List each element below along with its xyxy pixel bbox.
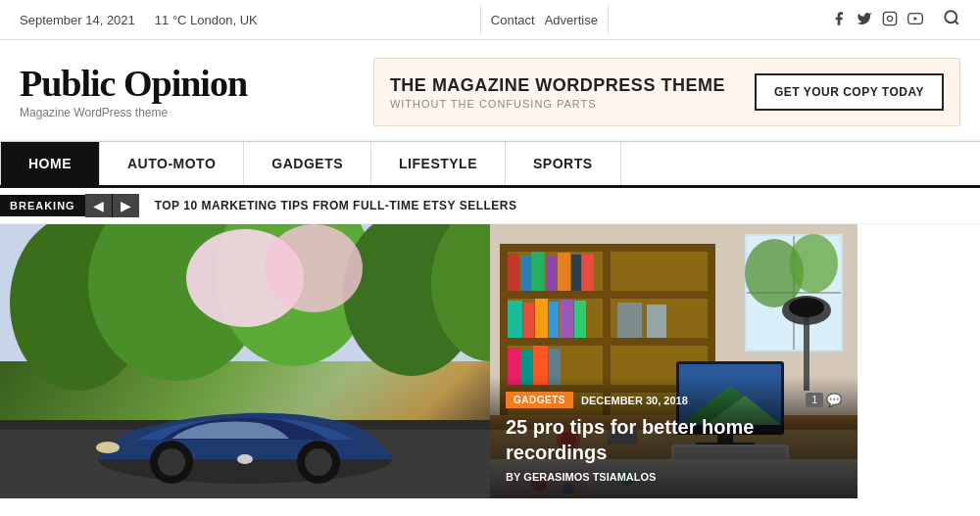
svg-point-17 bbox=[158, 448, 185, 476]
banner-ad: THE MAGAZINE WORDPRESS THEME WITHOUT THE… bbox=[373, 58, 960, 126]
article-date: DECEMBER 30, 2018 bbox=[581, 395, 688, 406]
svg-point-59 bbox=[789, 298, 824, 317]
svg-rect-0 bbox=[883, 12, 896, 24]
svg-rect-44 bbox=[582, 254, 594, 291]
divider-left bbox=[480, 5, 481, 34]
search-icon[interactable] bbox=[943, 9, 960, 31]
svg-rect-40 bbox=[531, 252, 545, 291]
svg-rect-52 bbox=[647, 305, 666, 338]
breaking-label: BREAKING bbox=[0, 195, 85, 216]
breaking-prev-button[interactable]: ◀ bbox=[85, 194, 112, 217]
top-bar-right bbox=[831, 9, 960, 31]
logo-area: Public Opinion Magazine WordPress theme bbox=[20, 65, 247, 119]
facebook-icon[interactable] bbox=[831, 11, 847, 29]
date-label: September 14, 2021 bbox=[20, 13, 135, 27]
svg-point-29 bbox=[789, 234, 838, 293]
car-image-placeholder bbox=[0, 224, 490, 498]
banner-cta-button[interactable]: GET YOUR COPY TODAY bbox=[755, 73, 944, 111]
svg-rect-47 bbox=[535, 299, 548, 338]
breaking-nav: ◀ ▶ bbox=[85, 194, 139, 217]
social-icons bbox=[831, 11, 923, 29]
instagram-icon[interactable] bbox=[882, 11, 898, 29]
background-trees bbox=[0, 224, 490, 498]
main-featured-image-left[interactable] bbox=[0, 224, 490, 498]
article-meta: GADGETS DECEMBER 30, 2018 1 💬 bbox=[506, 392, 842, 408]
article-title[interactable]: 25 pro tips for better home recordings bbox=[506, 414, 842, 465]
breaking-text: TOP 10 MARKETING TIPS FROM FULL-TIME ETS… bbox=[139, 199, 517, 212]
nav-item-sports[interactable]: SPORTS bbox=[506, 142, 621, 185]
svg-rect-41 bbox=[546, 257, 557, 291]
nav-item-gadgets[interactable]: GADGETS bbox=[244, 142, 371, 185]
svg-rect-50 bbox=[574, 301, 586, 338]
nav-item-auto-moto[interactable]: AUTO-MOTO bbox=[100, 142, 244, 185]
svg-line-4 bbox=[955, 21, 957, 23]
comment-badge: 1 bbox=[806, 393, 823, 407]
svg-rect-48 bbox=[549, 302, 559, 338]
twitter-icon[interactable] bbox=[857, 11, 872, 29]
svg-rect-38 bbox=[508, 254, 519, 291]
banner-title: THE MAGAZINE WORDPRESS THEME bbox=[390, 75, 725, 96]
comment-icon: 💬 bbox=[826, 393, 842, 407]
breaking-bar: BREAKING ◀ ▶ TOP 10 MARKETING TIPS FROM … bbox=[0, 188, 980, 224]
divider-right bbox=[608, 5, 609, 34]
logo-title[interactable]: Public Opinion bbox=[20, 65, 247, 102]
nav-item-home[interactable]: HOME bbox=[0, 142, 100, 185]
logo-subtitle: Magazine WordPress theme bbox=[20, 106, 247, 119]
banner-subtitle: WITHOUT THE CONFUSING PARTS bbox=[390, 98, 725, 110]
svg-rect-45 bbox=[508, 301, 522, 338]
svg-rect-49 bbox=[560, 300, 573, 338]
svg-point-12 bbox=[265, 224, 363, 312]
svg-rect-51 bbox=[617, 303, 642, 338]
svg-rect-39 bbox=[520, 256, 530, 291]
svg-rect-46 bbox=[523, 303, 534, 338]
top-bar-left: September 14, 2021 11 °C London, UK bbox=[20, 13, 258, 27]
article-author: by GERASIMOS TSIAMALOS bbox=[506, 471, 842, 483]
svg-point-19 bbox=[305, 448, 332, 476]
nav-bar: HOME AUTO-MOTO GADGETS LIFESTYLE SPORTS bbox=[0, 141, 980, 188]
svg-point-3 bbox=[945, 11, 956, 23]
article-overlay: GADGETS DECEMBER 30, 2018 1 💬 25 pro tip… bbox=[490, 376, 858, 498]
banner-text-area: THE MAGAZINE WORDPRESS THEME WITHOUT THE… bbox=[390, 75, 725, 110]
top-bar-center: Contact Advertise bbox=[480, 5, 609, 34]
location-label: 11 °C London, UK bbox=[155, 13, 258, 27]
svg-point-21 bbox=[237, 454, 253, 464]
header-area: Public Opinion Magazine WordPress theme … bbox=[0, 40, 980, 141]
author-name: GERASIMOS TSIAMALOS bbox=[523, 471, 656, 483]
svg-point-20 bbox=[96, 442, 120, 453]
main-content: GADGETS DECEMBER 30, 2018 1 💬 25 pro tip… bbox=[0, 224, 980, 498]
svg-rect-42 bbox=[558, 253, 570, 291]
contact-link[interactable]: Contact bbox=[491, 13, 535, 27]
breaking-next-button[interactable]: ▶ bbox=[113, 194, 139, 217]
youtube-icon[interactable] bbox=[907, 11, 923, 29]
advertise-link[interactable]: Advertise bbox=[545, 13, 598, 27]
svg-rect-43 bbox=[571, 255, 581, 291]
by-label: by bbox=[506, 471, 520, 483]
article-category[interactable]: GADGETS bbox=[506, 392, 573, 408]
main-featured-image-right[interactable]: GADGETS DECEMBER 30, 2018 1 💬 25 pro tip… bbox=[490, 224, 858, 498]
svg-marker-2 bbox=[913, 16, 917, 20]
top-bar: September 14, 2021 11 °C London, UK Cont… bbox=[0, 0, 980, 40]
nav-item-lifestyle[interactable]: LIFESTYLE bbox=[371, 142, 506, 185]
article-comments: 1 💬 bbox=[806, 393, 842, 407]
